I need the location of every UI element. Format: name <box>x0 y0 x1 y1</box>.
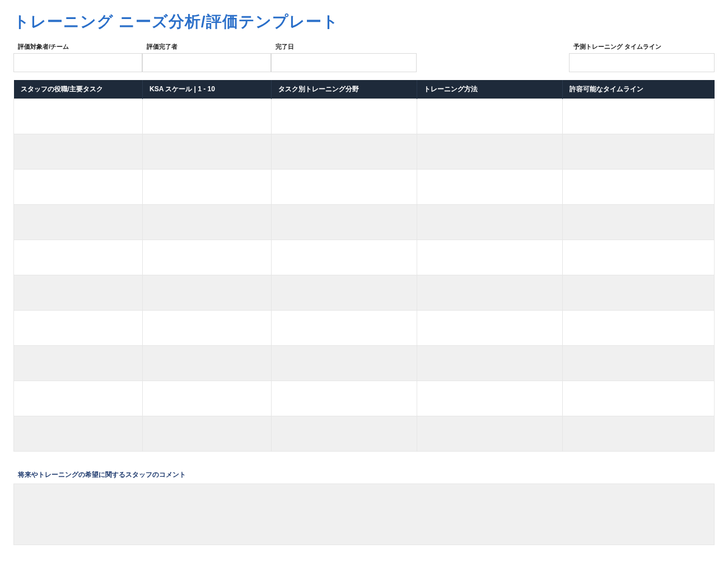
cell-role[interactable] <box>14 170 143 205</box>
table-row <box>14 346 715 381</box>
cell-timeline[interactable] <box>563 205 715 240</box>
cell-timeline[interactable] <box>563 170 715 205</box>
table-row <box>14 275 715 311</box>
comments-section: 将来やトレーニングの希望に関するスタッフのコメント <box>13 471 715 545</box>
cell-role[interactable] <box>14 346 143 381</box>
cell-method[interactable] <box>417 311 563 346</box>
cell-ksa[interactable] <box>143 381 272 416</box>
meta-field-completed-by: 評価完了者 <box>142 43 271 72</box>
cell-ksa[interactable] <box>143 205 272 240</box>
cell-method[interactable] <box>417 346 563 381</box>
page-title: トレーニング ニーズ分析/評価テンプレート <box>13 11 715 32</box>
cell-method[interactable] <box>417 99 563 134</box>
cell-role[interactable] <box>14 205 143 240</box>
cell-ksa[interactable] <box>143 416 272 452</box>
meta-input-completion-date[interactable] <box>271 53 417 72</box>
meta-input-timeline[interactable] <box>569 53 715 72</box>
meta-label-subject: 評価対象者/チーム <box>13 43 142 53</box>
table-row <box>14 416 715 452</box>
meta-row: 評価対象者/チーム 評価完了者 完了日 予測トレーニング タイムライン <box>13 43 715 72</box>
cell-method[interactable] <box>417 381 563 416</box>
cell-timeline[interactable] <box>563 416 715 452</box>
table-header-row: スタッフの役職/主要タスク KSA スケール | 1 - 10 タスク別トレーニ… <box>14 80 715 99</box>
cell-ksa[interactable] <box>143 275 272 311</box>
comments-label: 将来やトレーニングの希望に関するスタッフのコメント <box>13 471 715 484</box>
meta-field-timeline: 予測トレーニング タイムライン <box>569 43 715 72</box>
table-row <box>14 205 715 240</box>
cell-role[interactable] <box>14 416 143 452</box>
comments-box[interactable] <box>13 484 715 545</box>
th-timeline: 許容可能なタイムライン <box>563 80 715 99</box>
table-row <box>14 240 715 275</box>
cell-timeline[interactable] <box>563 134 715 170</box>
cell-role[interactable] <box>14 275 143 311</box>
meta-label-timeline: 予測トレーニング タイムライン <box>569 43 715 53</box>
cell-ksa[interactable] <box>143 240 272 275</box>
cell-timeline[interactable] <box>563 381 715 416</box>
cell-area[interactable] <box>272 381 417 416</box>
cell-ksa[interactable] <box>143 311 272 346</box>
cell-area[interactable] <box>272 346 417 381</box>
cell-timeline[interactable] <box>563 346 715 381</box>
th-area: タスク別トレーニング分野 <box>272 80 417 99</box>
table-row <box>14 381 715 416</box>
table-row <box>14 134 715 170</box>
cell-method[interactable] <box>417 416 563 452</box>
cell-area[interactable] <box>272 240 417 275</box>
cell-method[interactable] <box>417 275 563 311</box>
table-row <box>14 99 715 134</box>
training-table: スタッフの役職/主要タスク KSA スケール | 1 - 10 タスク別トレーニ… <box>13 80 715 452</box>
meta-label-completed-by: 評価完了者 <box>142 43 271 53</box>
cell-method[interactable] <box>417 205 563 240</box>
cell-area[interactable] <box>272 99 417 134</box>
cell-area[interactable] <box>272 170 417 205</box>
cell-ksa[interactable] <box>143 170 272 205</box>
cell-area[interactable] <box>272 275 417 311</box>
cell-ksa[interactable] <box>143 134 272 170</box>
cell-ksa[interactable] <box>143 346 272 381</box>
meta-input-subject[interactable] <box>13 53 142 72</box>
meta-input-completed-by[interactable] <box>142 53 271 72</box>
cell-timeline[interactable] <box>563 99 715 134</box>
cell-role[interactable] <box>14 134 143 170</box>
cell-method[interactable] <box>417 170 563 205</box>
th-method: トレーニング方法 <box>417 80 563 99</box>
table-row <box>14 170 715 205</box>
meta-field-subject: 評価対象者/チーム <box>13 43 142 72</box>
cell-role[interactable] <box>14 99 143 134</box>
meta-label-completion-date: 完了日 <box>271 43 417 53</box>
cell-timeline[interactable] <box>563 311 715 346</box>
cell-timeline[interactable] <box>563 275 715 311</box>
cell-area[interactable] <box>272 311 417 346</box>
cell-area[interactable] <box>272 134 417 170</box>
cell-ksa[interactable] <box>143 99 272 134</box>
cell-role[interactable] <box>14 311 143 346</box>
cell-method[interactable] <box>417 134 563 170</box>
cell-method[interactable] <box>417 240 563 275</box>
cell-role[interactable] <box>14 240 143 275</box>
cell-timeline[interactable] <box>563 240 715 275</box>
cell-area[interactable] <box>272 416 417 452</box>
table-row <box>14 311 715 346</box>
cell-area[interactable] <box>272 205 417 240</box>
th-role: スタッフの役職/主要タスク <box>14 80 143 99</box>
cell-role[interactable] <box>14 381 143 416</box>
meta-field-completion-date: 完了日 <box>271 43 417 72</box>
th-ksa: KSA スケール | 1 - 10 <box>143 80 272 99</box>
